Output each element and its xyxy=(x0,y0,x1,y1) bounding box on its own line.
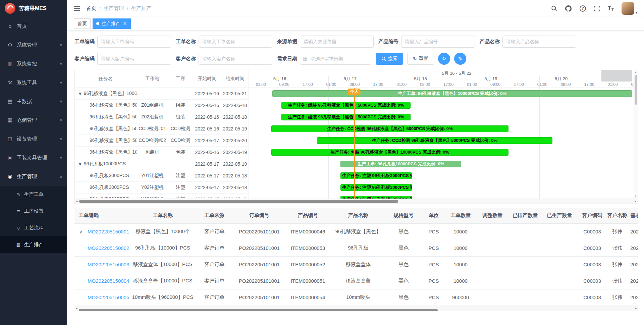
orders-horizontal-scrollbar[interactable]: ◂ ▸ xyxy=(74,306,638,311)
task-bar[interactable]: 生产任务: 注塑 96孔孔板3000PCS 完成比例: 0% xyxy=(340,184,412,191)
hour-label: 09:00 xyxy=(631,82,634,87)
github-icon[interactable] xyxy=(565,5,572,12)
gantt-horizontal-scrollbar[interactable]: ◂ ▸ xyxy=(75,199,638,204)
hour-label: 17:00 xyxy=(514,82,524,87)
sidebar-item-fixture-mgmt[interactable]: ▣工装夹具管理∨ xyxy=(0,148,67,167)
breadcrumb-item[interactable]: 生产管理 xyxy=(104,5,124,12)
scroll-down-arrow-icon[interactable]: ▾ xyxy=(635,194,637,199)
sidebar-toggle-button[interactable] xyxy=(74,5,80,12)
avatar[interactable] xyxy=(622,2,634,15)
gantt-task-row[interactable]: 96孔孔板3000PCSY02注塑机注塑2022-05-172022-05-18 xyxy=(75,182,249,194)
sidebar-item-production-scheduling[interactable]: ▧生产排产 xyxy=(0,236,67,253)
scroll-right-arrow-icon[interactable]: ▸ xyxy=(635,307,637,310)
work-order-link[interactable]: MO202205150005 xyxy=(88,294,129,300)
sidebar-item-system-mgmt[interactable]: ⚙系统管理∨ xyxy=(0,36,67,54)
process-setting-icon: ≡ xyxy=(15,209,21,214)
task-name-cell: 96孔孔板3000PCS xyxy=(75,196,137,198)
topbar-actions: ? TT ▾ xyxy=(551,2,637,15)
order-cell: 移液盒盒盖【10000】PCS xyxy=(131,273,195,289)
gantt-task-row[interactable]: 96孔孔板3000PCSY01注塑机注塑2022-05-172022-05-18 xyxy=(75,170,249,182)
gantt-task-row[interactable]: 96孔移液盒【黑色】5000PCSZ02组装机组装2022-05-162022-… xyxy=(75,111,249,123)
customer-name-input[interactable] xyxy=(199,53,272,65)
demand-date-input[interactable] xyxy=(300,53,371,65)
scroll-up-arrow-icon[interactable]: ▴ xyxy=(635,70,637,74)
hour-label: 17:00 xyxy=(584,82,594,87)
sidebar-item-production-order[interactable]: ✎生产工单 xyxy=(0,186,67,203)
gantt-task-row[interactable]: 96孔孔板3000PCSY03注塑机注塑2022-05-172022-05-18 xyxy=(75,194,249,198)
source-doc-input[interactable] xyxy=(300,36,374,48)
row-collapse-icon[interactable]: ▼ xyxy=(79,92,82,96)
work-order-bar[interactable]: 生产工单: 96孔移液盒【黑色】10000PCS 完成比例: 0% xyxy=(272,90,632,97)
scroll-left-arrow-icon[interactable]: ◂ xyxy=(76,307,77,310)
scroll-left-arrow-icon[interactable]: ◂ xyxy=(76,200,78,203)
refresh-icon: ↻ xyxy=(442,56,446,62)
gantt-task-row[interactable]: 96孔移液盒【黑色】10000PCS包装机包装2022-05-162022-05… xyxy=(75,147,249,158)
orders-horizontal-scroll-thumb[interactable] xyxy=(79,309,438,311)
gantt-vertical-scrollbar[interactable]: ▴ ▾ xyxy=(634,70,638,199)
vertical-scroll-thumb[interactable] xyxy=(635,75,637,105)
tab-production-scheduling[interactable]: 生产排产× xyxy=(93,18,131,29)
work-order-link[interactable]: MO202205150003 xyxy=(88,262,129,267)
scroll-right-arrow-icon[interactable]: ▸ xyxy=(635,200,636,203)
sidebar-item-system-tools[interactable]: ⚒系统工具∨ xyxy=(0,73,67,92)
gantt-task-row[interactable]: 96孔移液盒【黑色】5000PCSCCD检测#02CCD检测2022-05-17… xyxy=(75,135,249,147)
sidebar-item-label: 生产排产 xyxy=(24,241,44,248)
row-collapse-icon[interactable]: ▼ xyxy=(79,162,82,166)
work-order-link[interactable]: MO202205150001 xyxy=(88,229,129,234)
search-button[interactable]: 搜索 xyxy=(376,53,403,65)
fullscreen-icon[interactable] xyxy=(594,6,600,11)
sidebar-item-home[interactable]: ⌂首页 xyxy=(0,17,67,36)
gantt-task-row[interactable]: ▼96孔移液盒【黑色】10000PCS2022-05-162022-05-21 xyxy=(75,88,249,100)
task-bar[interactable]: 生产任务: 组装 96孔移液盒【黑色】5000PCS 完成比例: 0% xyxy=(281,114,410,120)
sidebar-item-warehouse-mgmt[interactable]: ▦仓储管理∨ xyxy=(0,111,67,129)
search-icon[interactable] xyxy=(551,5,557,11)
row-expand-icon[interactable]: ∨ xyxy=(79,229,85,234)
task-bar[interactable]: 生产任务: 注塑 96孔孔板3000PCS 完成比例: 0% xyxy=(340,196,412,199)
gantt-task-row[interactable]: 96孔移液盒【黑色】5000PCSZ01组装机组装2022-05-162022-… xyxy=(75,100,249,111)
gantt-task-row[interactable]: ▼96孔孔板10000PCS2022-05-172022-05-19 xyxy=(75,158,249,170)
sidebar-item-process-flow[interactable]: ◇工艺流程 xyxy=(0,219,67,236)
product-code-input[interactable] xyxy=(401,36,475,48)
tab-close-icon[interactable]: × xyxy=(123,21,127,26)
today-badge: 今天 xyxy=(348,89,361,95)
task-end: 2022-05-19 xyxy=(221,161,249,167)
product-name-input[interactable] xyxy=(502,36,576,48)
order-cell xyxy=(476,273,509,289)
breadcrumb-item[interactable]: 首页 xyxy=(86,5,96,12)
task-bar[interactable]: 生产任务: CCD检测 96孔移液盒【黑色】5000PCS 完成比例: 0% xyxy=(271,125,509,132)
breadcrumb: 首页/生产管理/生产排产 xyxy=(86,5,151,12)
order-cell: 10000 xyxy=(445,240,476,256)
reset-button[interactable]: ↻ 重置 xyxy=(407,53,434,65)
gantt-horizontal-scroll-thumb[interactable] xyxy=(79,200,398,203)
work-order-link[interactable]: MO202205150004 xyxy=(88,278,129,284)
filter-label: 工单名称 xyxy=(176,39,196,45)
order-cell: ITEM00000052 xyxy=(284,256,331,273)
order-cell: 960000 xyxy=(445,289,476,306)
help-icon[interactable]: ? xyxy=(580,5,586,12)
order-cell: 黑色 xyxy=(385,273,422,289)
sidebar-item-equipment-mgmt[interactable]: ◫设备管理∨ xyxy=(0,129,67,148)
work-order-link[interactable]: MO202205150002 xyxy=(88,245,129,251)
edit-schedule-button[interactable]: ✎ xyxy=(454,53,466,65)
user-menu[interactable]: ▾ xyxy=(622,2,637,15)
refresh-gantt-button[interactable]: ↻ xyxy=(438,53,450,65)
order-code-input[interactable] xyxy=(97,36,171,48)
sidebar-item-process-setting[interactable]: ≡工序设置 xyxy=(0,203,67,219)
font-size-icon[interactable]: TT xyxy=(608,5,614,12)
main-area: 首页/生产管理/生产排产 ? TT ▾ xyxy=(67,0,644,325)
task-bar[interactable]: 生产任务: 注塑 96孔孔板3000PCS 完成比例: 0% xyxy=(340,172,412,179)
work-order-bar[interactable]: 生产工单: 96孔孔板10000PCS 完成比例: 0% xyxy=(340,161,461,167)
sidebar-item-production-mgmt[interactable]: ◉生产管理∧ xyxy=(0,167,67,186)
app-logo[interactable]: 苦糖果MES xyxy=(0,0,67,17)
tab-home[interactable]: 首页 xyxy=(74,18,91,29)
gantt-task-row[interactable]: 96孔移液盒【黑色】5000PCSCCD检测#01CCD检测2022-05-16… xyxy=(75,123,249,135)
sidebar-item-master-data[interactable]: ▤主数据∨ xyxy=(0,92,67,111)
task-bar[interactable]: 生产任务: CCD检测 96孔移液盒【黑色】5000PCS 完成比例: 0% xyxy=(317,137,552,144)
order-cell: PCS xyxy=(422,273,445,289)
customer-code-input[interactable] xyxy=(97,53,171,65)
task-bar[interactable]: 生产任务: 组装 96孔移液盒【黑色】5000PCS 完成比例: 0% xyxy=(281,102,410,109)
sidebar-item-system-monitor[interactable]: ▥系统监控∨ xyxy=(0,54,67,73)
order-name-input[interactable] xyxy=(199,36,272,48)
task-start: 2022-05-17 xyxy=(193,197,221,198)
task-bar[interactable]: 生产任务: 包装 96孔移液盒【黑色】10000PCS 完成比例: 0% xyxy=(271,149,509,156)
